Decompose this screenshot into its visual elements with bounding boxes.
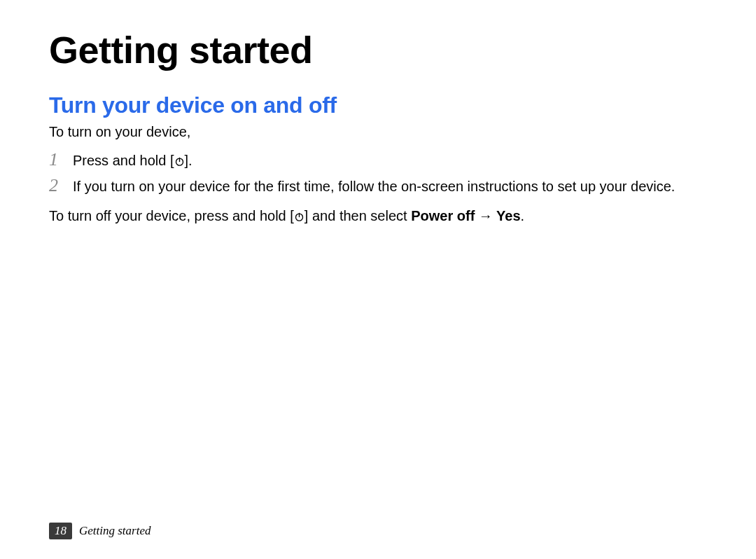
note-bold: Power off → Yes — [411, 208, 520, 223]
power-icon — [294, 207, 304, 227]
page-footer: 18 Getting started — [49, 523, 150, 539]
footer-section-label: Getting started — [79, 524, 150, 538]
note-before: To turn off your device, press and hold … — [49, 208, 294, 223]
step-list: 1 Press and hold []. 2 If you turn on yo… — [49, 150, 707, 196]
page-number: 18 — [49, 523, 72, 539]
step-body: Press and hold []. — [73, 150, 192, 172]
intro-text: To turn on your device, — [49, 124, 707, 140]
note-after: . — [521, 208, 525, 223]
step-number: 2 — [49, 176, 73, 196]
step-text-before: Press and hold [ — [73, 153, 174, 168]
section-heading: Turn your device on and off — [49, 92, 707, 118]
manual-page: Getting started Turn your device on and … — [0, 0, 756, 227]
step-number: 1 — [49, 150, 73, 170]
power-icon — [174, 153, 185, 172]
step-item: 1 Press and hold []. — [49, 150, 707, 172]
turn-off-note: To turn off your device, press and hold … — [49, 206, 707, 227]
step-text-after: ]. — [185, 153, 192, 168]
page-title: Getting started — [49, 28, 707, 71]
step-body: If you turn on your device for the first… — [73, 176, 675, 196]
step-item: 2 If you turn on your device for the fir… — [49, 176, 707, 196]
note-mid: ] and then select — [304, 208, 411, 223]
